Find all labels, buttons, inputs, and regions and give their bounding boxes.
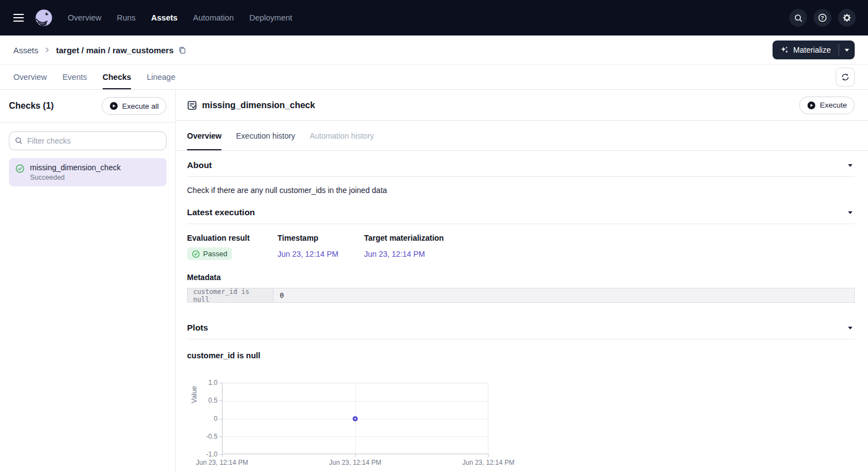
gear-icon [842,13,852,23]
checks-panel-title: Checks (1) [9,101,54,111]
metadata-key: customer_id is null [188,288,274,302]
sparkle-icon [780,46,789,54]
data-point [353,416,358,421]
caret-down-icon [848,164,852,167]
hamburger-menu-icon[interactable] [0,0,26,35]
caret-down-icon [845,49,849,52]
column-target-materialization: Target materialization [364,234,444,242]
tab-check-overview[interactable]: Overview [187,121,221,150]
value-plot-chart: Value 1.0 0.5 0 -0.5 -1.0 [187,375,855,472]
passed-badge: Passed [187,247,232,260]
execute-all-label: Execute all [122,102,159,110]
y-tick-label: 0.5 [187,396,218,405]
search-icon [14,136,23,145]
copy-icon [178,46,186,54]
page: Overview Runs Assets Automation Deployme… [0,0,868,472]
materialize-label: Materialize [793,45,831,54]
check-success-icon [192,250,200,258]
collapse-plots-button[interactable] [846,324,855,332]
column-timestamp: Timestamp [277,234,364,242]
check-detail-tab-bar: Overview Execution history Automation hi… [176,121,868,151]
about-section-header: About [187,154,855,176]
tab-lineage[interactable]: Lineage [147,65,175,89]
caret-down-icon [848,211,852,214]
filter-checks-input[interactable] [9,131,166,150]
tab-checks[interactable]: Checks [103,65,132,89]
materialize-button[interactable]: Materialize [773,40,839,59]
x-tick-label: Jun 23, 12:14 PM [462,459,514,466]
check-item-name: missing_dimension_check [30,163,120,172]
check-description: Check if there are any null customer_ids… [187,186,855,195]
tab-events[interactable]: Events [62,65,87,89]
tab-overview[interactable]: Overview [13,65,47,89]
divider [187,339,855,339]
x-tick-mark [355,454,356,457]
nav-item-runs[interactable]: Runs [117,13,135,22]
check-success-icon [16,164,24,173]
svg-text:?: ? [821,14,824,21]
execute-all-button[interactable]: Execute all [102,97,166,115]
play-circle-icon [807,101,816,110]
y-tick-label: -1.0 [187,450,218,459]
passed-label: Passed [203,250,227,258]
latest-execution-columns: Evaluation result Timestamp Target mater… [187,234,855,242]
tab-execution-history[interactable]: Execution history [236,121,295,150]
caret-down-icon [848,327,852,329]
collapse-about-button[interactable] [846,162,855,169]
help-icon: ? [817,13,827,23]
chevron-right-icon [44,47,51,53]
check-list-item[interactable]: missing_dimension_check Succeeded [9,158,166,186]
asset-tab-bar: Overview Events Checks Lineage [0,65,868,90]
breadcrumb-asset-path[interactable]: target / main / raw_customers [56,45,174,55]
breadcrumb: Assets target / main / raw_customers Mat… [0,35,868,65]
x-tick-mark [488,454,489,457]
asset-actions: Materialize [773,40,855,59]
column-evaluation-result: Evaluation result [187,234,277,242]
search-icon [794,13,803,23]
copy-asset-key-button[interactable] [178,46,186,54]
x-tick-mark [222,454,223,457]
checks-sidebar: Checks (1) Execute all [0,90,176,472]
x-tick-label: Jun 23, 12:14 PM [196,459,248,466]
refresh-icon [841,73,850,82]
check-detail-panel: missing_dimension_check Execute Overview… [176,90,868,472]
check-item-status: Succeeded [30,174,120,181]
execute-button[interactable]: Execute [799,97,855,114]
divider [187,224,855,224]
materialize-split-button: Materialize [773,40,855,59]
check-title: missing_dimension_check [202,100,315,110]
x-tick-label: Jun 23, 12:14 PM [329,459,381,466]
breadcrumb-assets-link[interactable]: Assets [13,45,38,55]
top-nav-links: Overview Runs Assets Automation Deployme… [68,13,292,22]
target-materialization-link[interactable]: Jun 23, 12:14 PM [364,250,425,258]
nav-item-overview[interactable]: Overview [68,13,101,22]
help-button[interactable]: ? [814,9,831,27]
tab-automation-history[interactable]: Automation history [310,121,374,150]
collapse-latest-execution-button[interactable] [846,209,855,216]
y-tick-label: 0 [187,414,218,423]
nav-item-assets[interactable]: Assets [151,13,178,22]
latest-execution-section-header: Latest execution [187,201,855,224]
latest-execution-values: Passed Jun 23, 12:14 PM Jun 23, 12:14 PM [187,247,855,260]
timestamp-link[interactable]: Jun 23, 12:14 PM [277,250,339,258]
nav-item-deployment[interactable]: Deployment [249,13,292,22]
settings-button[interactable] [838,9,856,27]
latest-execution-heading: Latest execution [187,207,255,217]
dagster-logo-icon[interactable] [33,7,54,28]
top-nav: Overview Runs Assets Automation Deployme… [0,0,868,35]
plots-section-header: Plots [187,317,855,339]
refresh-button[interactable] [836,68,855,87]
asset-check-icon [187,100,197,110]
metadata-table: customer_id is null 0 [187,288,855,303]
execute-label: Execute [820,101,847,109]
nav-item-automation[interactable]: Automation [193,13,234,22]
plot-area [222,383,488,454]
search-button[interactable] [789,9,807,27]
metadata-value: 0 [274,288,854,302]
divider [187,176,855,177]
plots-heading: Plots [187,323,208,333]
materialize-dropdown-button[interactable] [839,40,855,59]
about-heading: About [187,160,212,170]
metadata-heading: Metadata [187,273,855,282]
y-tick-label: 1.0 [187,378,218,387]
